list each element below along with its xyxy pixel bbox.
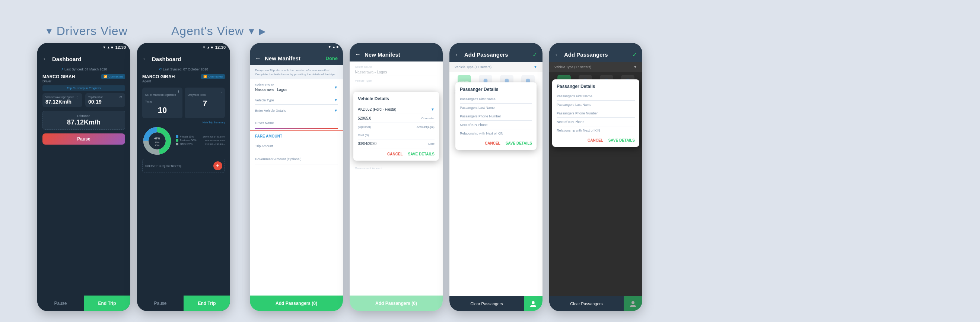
- sync-text-2: Last Synced: 07 October 2018: [163, 67, 208, 71]
- save-details-button-5[interactable]: SAVE DETAILS: [506, 141, 532, 145]
- check-icon-6[interactable]: ✓: [632, 51, 637, 58]
- save-details-button-6[interactable]: SAVE DETAILS: [608, 138, 635, 142]
- unsynced-label: Unsynced Trips: [188, 94, 205, 96]
- relationship-field[interactable]: Relationship with Next of KIN: [460, 129, 532, 137]
- add-person-icon-5: +: [530, 300, 537, 308]
- kin-phone-field[interactable]: Next of KIN Phone: [460, 121, 532, 129]
- vehicle-type-bg: Vehicle Type: [355, 79, 438, 84]
- back-arrow-2[interactable]: ←: [142, 56, 148, 62]
- passenger-details-modal-6: Passanger Details Passanger's First Name…: [552, 80, 639, 147]
- driver-name-field[interactable]: Driver Name: [255, 115, 338, 128]
- status-time-1: 12:30: [115, 45, 126, 49]
- blurred-form-bg: Select Route Nassarawa - Lagos Vehicle T…: [350, 62, 443, 88]
- select-route-label-bg: Select Route: [355, 65, 438, 69]
- arrow-right-agents: ▶: [259, 26, 266, 37]
- back-arrow-1[interactable]: ←: [43, 56, 48, 62]
- stats-row: No. of Manifest Registered Today ⋮ 10 Un…: [137, 85, 230, 120]
- add-green-btn-5[interactable]: +: [524, 296, 542, 311]
- add-passengers-screen: ← Add Passangers ✓ Vehicle Type (17 sett…: [449, 43, 542, 311]
- passenger-details-modal: Passanger Details Passanger's First Name…: [455, 82, 536, 150]
- back-arrow-3[interactable]: ←: [255, 55, 261, 62]
- status-bar-5: [449, 43, 542, 47]
- back-arrow-5[interactable]: ←: [455, 51, 461, 58]
- route-value-bg: Nassarawa - Lagos: [355, 70, 438, 76]
- phone-field[interactable]: Passangers Phone Number: [460, 112, 532, 121]
- govt-label-bg: Government Amount: [350, 164, 443, 172]
- phone-field-6[interactable]: Passangers Phone Number: [557, 109, 635, 118]
- sync-info-1: ↺ Last Synced: 07 March 2020: [37, 66, 130, 72]
- fab-button[interactable]: +: [213, 161, 222, 170]
- relationship-field-6[interactable]: Relationship with Next of KIN: [557, 126, 635, 134]
- connected-text-2: Connected: [208, 75, 223, 78]
- cancel-button-5[interactable]: CANCEL: [485, 141, 500, 145]
- user-name-1: MARCO GIBAH: [43, 74, 75, 80]
- wifi-icon-2: 📶: [203, 75, 207, 78]
- trip-amount-field[interactable]: Trip Amount: [255, 138, 338, 151]
- select-route-label: Select Route: [255, 83, 287, 87]
- govt-amount-label: Government Amount (Optional): [255, 157, 302, 161]
- cost-field[interactable]: Cost (N): [358, 131, 434, 139]
- clear-passengers-btn-6[interactable]: Clear Passangers: [549, 296, 624, 311]
- passenger-modal-actions-6: CANCEL SAVE DETAILS: [557, 134, 635, 142]
- kin-phone-field-6[interactable]: Next of KIN Phone: [557, 118, 635, 126]
- cancel-button-4[interactable]: CANCEL: [387, 152, 403, 156]
- vehicle-type-selector-6[interactable]: Vehicle Type (17 setters) ▼: [549, 62, 642, 72]
- pause-button-main[interactable]: Pause: [43, 134, 125, 145]
- drivers-view-text: Drivers View: [57, 24, 128, 38]
- vehicle-details-field[interactable]: Enter Vehicle Details ▼: [255, 105, 338, 115]
- route-dropdown-arrow: ▼: [334, 85, 338, 89]
- cancel-button-6[interactable]: CANCEL: [587, 138, 603, 142]
- add-green-btn-6[interactable]: [624, 296, 642, 311]
- dashboard-title-2: Dashboard: [152, 56, 225, 62]
- odometer-field[interactable]: 52065.0 Odometer: [358, 114, 434, 123]
- add-passengers-btn-3[interactable]: Add Passangers (0): [250, 295, 343, 311]
- vehicle-select-field[interactable]: AKD652 (Ford - Fiesta) ▼: [358, 105, 434, 114]
- separator: [240, 50, 240, 304]
- back-arrow-6[interactable]: ←: [554, 51, 560, 58]
- passenger-modal-title: Passanger Details: [460, 87, 532, 92]
- status-bar-1: ▼ ▲ ■ 12:30: [37, 43, 130, 52]
- vehicle-details-modal: Vehicle Details AKD652 (Ford - Fiesta) ▼…: [353, 92, 439, 161]
- distance-value: 87.12Km/h: [46, 118, 122, 126]
- user-name-2: MARCO GIBAH: [142, 74, 175, 80]
- more-icon[interactable]: ⋮: [177, 90, 180, 94]
- end-trip-btn[interactable]: End Trip: [84, 295, 130, 311]
- vehicle-type-selector-5[interactable]: Vehicle Type (17 setters) ▼: [449, 62, 542, 72]
- back-arrow-4[interactable]: ←: [355, 51, 361, 58]
- header-bar-1: ← Dashboard: [37, 52, 130, 66]
- last-name-field[interactable]: Passangers Last Name: [460, 104, 532, 112]
- manifests-value: 10: [145, 105, 180, 115]
- driver-dashboard-screen: ▼ ▲ ■ 12:30 ← Dashboard ↺ Last Synced: 0…: [37, 43, 130, 311]
- duration-label: Trip Duration: [88, 96, 103, 98]
- svg-text:25%: 25%: [155, 144, 160, 147]
- pause-bottom-btn-2[interactable]: Pause: [137, 295, 184, 311]
- dashboard-title-1: Dashboard: [52, 56, 125, 62]
- add-passengers-btn-4[interactable]: Add Passangers (0): [350, 295, 443, 311]
- arrow-down-drivers: ▼: [45, 26, 54, 37]
- amount-field[interactable]: (Optional) Amount(Lgal): [358, 123, 434, 131]
- end-trip-btn-2[interactable]: End Trip: [184, 295, 230, 311]
- first-name-field-6[interactable]: Passanger's First Name: [557, 92, 635, 100]
- fare-amount-label: FARE AMOUNT: [250, 131, 343, 138]
- vehicle-type-field[interactable]: Vehicle Type ▼: [255, 94, 338, 105]
- speed-icon: ⋮: [76, 96, 79, 99]
- first-name-field[interactable]: Passanger's First Name: [460, 95, 532, 104]
- distance-box: Distance 87.12Km/h: [43, 111, 125, 130]
- select-route-field[interactable]: Select Route Nassarawa - Lagos ▼: [255, 80, 338, 94]
- unsynced-stat: Unsynced Trips ○ 7: [185, 88, 225, 118]
- odometer-value: 52065.0: [358, 116, 371, 120]
- save-details-button-4[interactable]: SAVE DETAILS: [408, 152, 434, 156]
- speed-metric: Vehicle's Average Speed ⋮ 87.12Km/h: [43, 93, 82, 107]
- govt-amount-field[interactable]: Government Amount (Optional): [255, 151, 338, 164]
- last-name-field-6[interactable]: Passangers Last Name: [557, 100, 635, 109]
- agents-view-label: Agent's View ▼ ▶: [171, 24, 266, 38]
- form-section-3: Select Route Nassarawa - Lagos ▼ Vehicle…: [250, 80, 343, 128]
- drivers-view-label: ▼ Drivers View: [45, 24, 149, 38]
- check-icon-5[interactable]: ✓: [533, 51, 537, 58]
- pause-bottom-btn[interactable]: Pause: [37, 295, 84, 311]
- done-action[interactable]: Done: [326, 56, 338, 61]
- new-manifest-screen: ▼ ▲ ■ ← New Manifest Done Every new Trip…: [250, 43, 343, 311]
- hide-summary[interactable]: Hide Trip Summary: [137, 120, 230, 124]
- clear-passengers-btn-5[interactable]: Clear Passangers: [449, 296, 524, 311]
- date-field[interactable]: 03/04/2020 Date: [358, 139, 434, 148]
